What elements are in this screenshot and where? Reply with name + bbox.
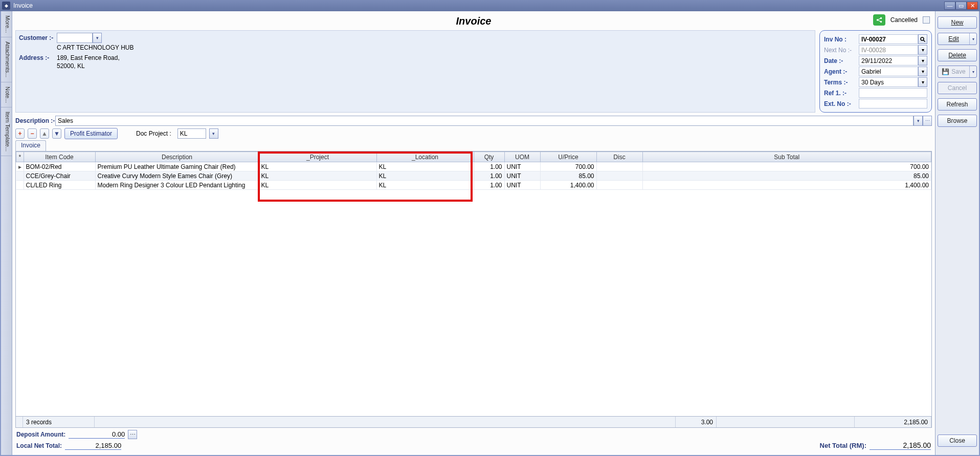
agent-dropdown-icon[interactable]: ▾ — [918, 67, 927, 76]
cell-description[interactable]: Premium PU Leather Ultimate Gaming Chair… — [95, 162, 259, 171]
remove-row-button[interactable]: − — [28, 128, 37, 139]
cell-uprice[interactable]: 85.00 — [540, 171, 596, 181]
cell-description[interactable]: Creative Curvy Modern Style Eames Chair … — [95, 171, 259, 181]
move-down-button[interactable]: ▼ — [52, 128, 61, 139]
cell-uom[interactable]: UNIT — [504, 171, 540, 181]
maximize-button[interactable]: ▭ — [955, 2, 967, 10]
cell-uom[interactable]: UNIT — [504, 162, 540, 171]
profit-estimator-button[interactable]: Profit Estimator — [64, 128, 118, 139]
cell-project[interactable]: KL — [259, 162, 376, 171]
cell-uprice[interactable]: 1,400.00 — [540, 181, 596, 190]
cell-disc[interactable] — [596, 162, 642, 171]
customer-name: C ART TECHNOLOGY HUB — [57, 44, 812, 51]
cell-project[interactable]: KL — [259, 181, 376, 190]
cell-disc[interactable] — [596, 181, 642, 190]
terms-field[interactable]: 30 Days — [859, 77, 918, 87]
close-button[interactable]: Close — [938, 435, 977, 447]
cell-item-code[interactable]: CL/LED Ring — [24, 181, 95, 190]
extno-field[interactable] — [859, 99, 927, 108]
cell-subtotal[interactable]: 700.00 — [642, 162, 931, 171]
cell-qty[interactable]: 1.00 — [474, 181, 504, 190]
customer-input[interactable] — [57, 33, 93, 43]
minimize-button[interactable]: — — [944, 2, 955, 10]
cell-location[interactable]: KL — [376, 171, 474, 181]
col-subtotal[interactable]: Sub Total — [642, 152, 931, 162]
right-button-panel: New Edit▾ Delete 💾 Save ▾ Cancel Refresh… — [935, 11, 979, 455]
add-row-button[interactable]: + — [15, 128, 25, 139]
refresh-button[interactable]: Refresh — [938, 98, 977, 111]
table-row[interactable]: CCE/Grey-ChairCreative Curvy Modern Styl… — [16, 171, 931, 181]
table-row[interactable]: ▸BOM-02/RedPremium PU Leather Ultimate G… — [16, 162, 931, 171]
share-button[interactable] — [873, 14, 885, 26]
deposit-more-button[interactable]: ⋯ — [128, 430, 137, 439]
tab-invoice[interactable]: Invoice — [15, 140, 46, 151]
new-button[interactable]: New — [938, 16, 977, 29]
col-uprice[interactable]: U/Price — [540, 152, 596, 162]
table-row[interactable]: CL/LED RingModern Ring Designer 3 Colour… — [16, 181, 931, 190]
side-tab-item-template[interactable]: Item Template... — [1, 107, 12, 156]
side-tab-attachments[interactable]: Attachments... — [1, 37, 12, 82]
local-net-total-value: 2,185.00 — [65, 442, 121, 450]
cell-location[interactable]: KL — [376, 162, 474, 171]
titlebar: ◆ Invoice — ▭ ✕ — [0, 0, 980, 11]
invoice-info-panel: Inv No : IV-00027 Next No :- IV-00028 ▾ … — [819, 30, 932, 113]
row-selector-header[interactable]: * — [16, 152, 24, 162]
window-title: Invoice — [13, 2, 944, 9]
terms-dropdown-icon[interactable]: ▾ — [918, 77, 927, 87]
cell-location[interactable]: KL — [376, 181, 474, 190]
app-icon: ◆ — [2, 2, 10, 10]
move-up-button[interactable]: ▲ — [40, 128, 49, 139]
cell-qty[interactable]: 1.00 — [474, 162, 504, 171]
cell-item-code[interactable]: BOM-02/Red — [24, 162, 95, 171]
col-disc[interactable]: Disc — [596, 152, 642, 162]
customer-dropdown-icon[interactable]: ▾ — [93, 33, 102, 43]
description-input[interactable]: Sales — [55, 116, 914, 126]
cell-uprice[interactable]: 700.00 — [540, 162, 596, 171]
edit-button[interactable]: Edit▾ — [938, 33, 977, 45]
cancel-button: Cancel — [938, 82, 977, 94]
cell-item-code[interactable]: CCE/Grey-Chair — [24, 171, 95, 181]
description-more-icon[interactable]: ⋯ — [923, 116, 932, 126]
net-total-label: Net Total (RM): — [820, 442, 866, 449]
date-dropdown-icon[interactable]: ▾ — [918, 56, 927, 66]
cell-subtotal[interactable]: 85.00 — [642, 171, 931, 181]
date-field[interactable]: 29/11/2022 — [859, 56, 918, 66]
col-qty[interactable]: Qty — [474, 152, 504, 162]
close-window-button[interactable]: ✕ — [967, 2, 978, 10]
col-description[interactable]: Description — [95, 152, 259, 162]
cancelled-checkbox[interactable] — [923, 16, 930, 24]
edit-split-icon[interactable]: ▾ — [969, 33, 976, 45]
grid: * Item Code Description _Project _Locati… — [15, 151, 932, 428]
browse-button[interactable]: Browse — [938, 115, 977, 127]
doc-project-label: Doc Project : — [136, 130, 171, 137]
cell-qty[interactable]: 1.00 — [474, 171, 504, 181]
col-project[interactable]: _Project — [259, 152, 376, 162]
col-uom[interactable]: UOM — [504, 152, 540, 162]
extno-label: Ext. No :- — [824, 100, 859, 107]
cell-disc[interactable] — [596, 171, 642, 181]
col-item-code[interactable]: Item Code — [24, 152, 95, 162]
side-tab-more[interactable]: More... — [1, 11, 12, 37]
cell-description[interactable]: Modern Ring Designer 3 Colour LED Pendan… — [95, 181, 259, 190]
side-tab-note[interactable]: Note... — [1, 82, 12, 107]
doc-project-field[interactable]: KL — [177, 128, 206, 139]
description-dropdown-icon[interactable]: ▾ — [914, 116, 923, 126]
inv-no-field[interactable]: IV-00027 — [859, 34, 918, 44]
next-no-dropdown-icon[interactable]: ▾ — [918, 45, 927, 55]
address-line-1: 189, East Fence Road, — [57, 54, 120, 61]
next-no-field[interactable]: IV-00028 — [859, 45, 918, 55]
col-location[interactable]: _Location — [376, 152, 474, 162]
delete-button[interactable]: Delete — [938, 49, 977, 61]
row-marker: ▸ — [16, 162, 24, 171]
cell-project[interactable]: KL — [259, 171, 376, 181]
customer-label: Customer :- — [19, 34, 57, 41]
footer-qty: 3.00 — [676, 417, 717, 427]
cell-subtotal[interactable]: 1,400.00 — [642, 181, 931, 190]
grid-footer: 3 records 3.00 2,185.00 — [16, 416, 931, 427]
doc-project-dropdown-icon[interactable]: ▾ — [209, 128, 218, 139]
agent-field[interactable]: Gabriel — [859, 67, 918, 76]
search-inv-icon[interactable] — [918, 34, 927, 44]
ref1-field[interactable] — [859, 88, 927, 98]
cell-uom[interactable]: UNIT — [504, 181, 540, 190]
ref1-label: Ref 1. :- — [824, 90, 859, 97]
